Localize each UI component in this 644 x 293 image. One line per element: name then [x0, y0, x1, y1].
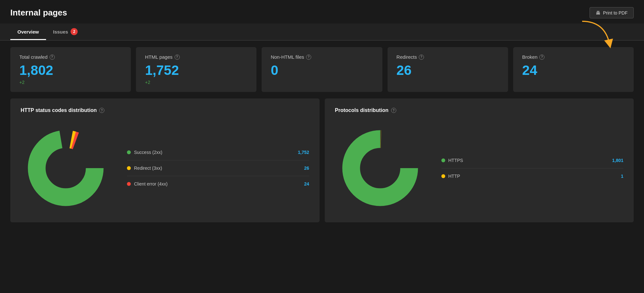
- legend-label-error: Client error (4xx): [134, 181, 168, 187]
- stat-card-redirects: Redirects ? 26: [388, 47, 508, 92]
- legend-dot-success: [127, 150, 131, 154]
- legend-label-http: HTTP: [448, 174, 460, 179]
- legend-value-error: 24: [304, 181, 309, 187]
- legend-item-http: HTTP 1: [441, 168, 624, 184]
- tab-overview[interactable]: Overview: [10, 25, 46, 40]
- legend-item-redirect: Redirect (3xx) 26: [127, 160, 309, 176]
- legend-item-https: HTTPS 1,801: [441, 153, 624, 168]
- help-icon-redirects[interactable]: ?: [419, 55, 424, 60]
- legend-label-https: HTTPS: [448, 158, 463, 163]
- stats-row: Total crawled ? 1,802 +2 HTML pages ? 1,…: [0, 41, 644, 98]
- stat-value-broken: 24: [522, 63, 625, 78]
- stat-value-non-html: 0: [271, 63, 373, 78]
- help-icon-broken[interactable]: ?: [539, 55, 544, 60]
- protocols-legend: HTTPS 1,801 HTTP 1: [441, 153, 624, 184]
- print-btn-label: Print to PDF: [603, 10, 628, 15]
- stat-label-non-html: Non-HTML files ?: [271, 54, 373, 60]
- tabs-bar: Overview Issues 2: [0, 24, 644, 41]
- charts-row: HTTP status codes distribution ?: [0, 98, 644, 233]
- legend-value-success: 1,752: [298, 150, 309, 155]
- stat-value-redirects: 26: [397, 63, 499, 78]
- stat-label-broken: Broken ?: [522, 54, 625, 60]
- page-header: Internal pages 🖶 Print to PDF: [0, 0, 644, 24]
- legend-dot-https: [441, 158, 445, 162]
- stat-card-non-html: Non-HTML files ? 0: [262, 47, 382, 92]
- http-chart-content: Success (2xx) 1,752 Redirect (3xx) 26 Cl…: [21, 123, 309, 213]
- http-chart-title: HTTP status codes distribution ?: [21, 107, 309, 113]
- page-title: Internal pages: [10, 8, 67, 18]
- http-legend: Success (2xx) 1,752 Redirect (3xx) 26 Cl…: [127, 145, 309, 192]
- protocols-donut-svg: [335, 123, 425, 213]
- legend-label-redirect: Redirect (3xx): [134, 166, 162, 171]
- chart-card-protocols: Protocols distribution ? HTTPS: [325, 98, 634, 222]
- legend-dot-error: [127, 182, 131, 186]
- stat-delta-total-crawled: +2: [19, 80, 122, 85]
- stat-label-total-crawled: Total crawled ?: [19, 54, 122, 60]
- legend-dot-redirect: [127, 166, 131, 170]
- legend-item-error: Client error (4xx) 24: [127, 176, 309, 192]
- legend-value-http: 1: [621, 174, 623, 179]
- help-icon-http-chart[interactable]: ?: [99, 108, 104, 113]
- stat-card-total-crawled: Total crawled ? 1,802 +2: [10, 47, 131, 92]
- stat-card-broken: Broken ? 24: [513, 47, 634, 92]
- stat-label-html-pages: HTML pages ?: [145, 54, 247, 60]
- stat-delta-html-pages: +2: [145, 80, 247, 85]
- print-icon: 🖶: [596, 10, 601, 15]
- protocols-chart-title: Protocols distribution ?: [335, 107, 624, 113]
- legend-label-success: Success (2xx): [134, 150, 162, 155]
- protocols-donut-chart: [335, 123, 425, 213]
- help-icon-total-crawled[interactable]: ?: [50, 55, 55, 60]
- help-icon-html-pages[interactable]: ?: [175, 55, 180, 60]
- legend-value-https: 1,801: [612, 158, 623, 163]
- chart-card-http-status: HTTP status codes distribution ?: [10, 98, 320, 222]
- print-to-pdf-button[interactable]: 🖶 Print to PDF: [590, 7, 634, 18]
- tab-issues[interactable]: Issues 2: [46, 24, 85, 41]
- stat-value-html-pages: 1,752: [145, 63, 247, 78]
- stat-card-html-pages: HTML pages ? 1,752 +2: [136, 47, 256, 92]
- http-donut-svg: [21, 123, 111, 213]
- protocols-donut-hole: [362, 150, 398, 186]
- help-icon-non-html[interactable]: ?: [306, 55, 311, 60]
- help-icon-protocols-chart[interactable]: ?: [391, 108, 396, 113]
- tab-overview-label: Overview: [17, 29, 39, 35]
- legend-value-redirect: 26: [304, 166, 309, 171]
- stat-value-total-crawled: 1,802: [19, 63, 122, 78]
- issues-badge: 2: [71, 28, 78, 35]
- protocols-chart-content: HTTPS 1,801 HTTP 1: [335, 123, 624, 213]
- http-donut-hole: [48, 150, 83, 186]
- tab-issues-label: Issues: [53, 29, 68, 35]
- legend-dot-http: [441, 174, 445, 178]
- http-donut-chart: [21, 123, 111, 213]
- stat-label-redirects: Redirects ?: [397, 54, 499, 60]
- legend-item-success: Success (2xx) 1,752: [127, 145, 309, 160]
